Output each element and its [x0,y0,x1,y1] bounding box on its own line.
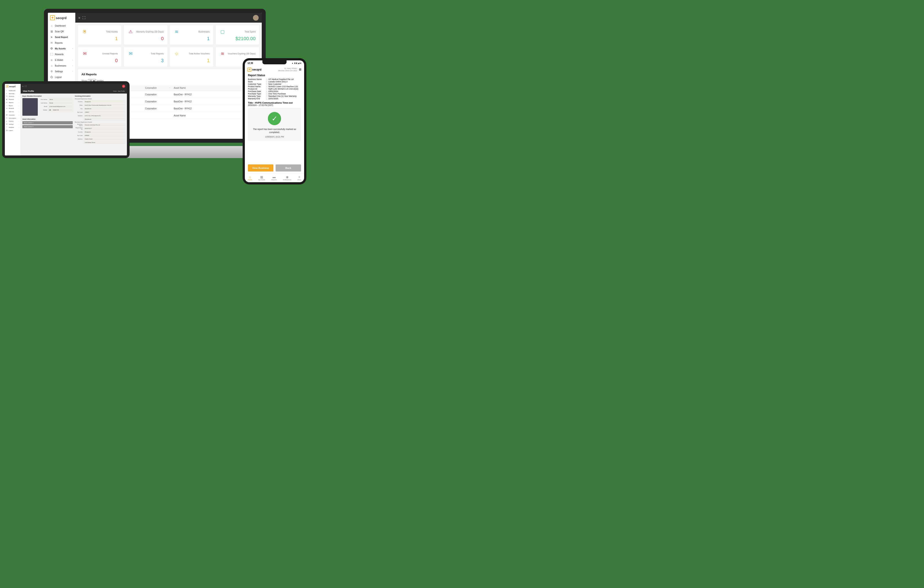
stat-card-unread-reports: ✉Unread Reports0 [78,47,121,66]
sidebar-item-my-assets[interactable]: ✪My Assets› [48,46,75,51]
mail-icon: ✉ [127,50,134,57]
nav-icon: ⏻ [6,130,8,131]
report-field: Store:Lazada Online (SG) 2 [248,81,301,83]
menu-icon[interactable]: ≡ [78,16,80,20]
buyer-photo [22,98,38,116]
page-header: View Profile Home - View Profile [21,89,127,94]
sidebar-item-rewards[interactable]: ★Rewards› [5,107,20,110]
sidebar-item-analytics[interactable]: ⇡Analytics› [5,126,20,129]
menu-icon[interactable]: ≡ [22,86,23,88]
sidebar-item-reports[interactable]: ✉Reports [48,40,75,46]
nav-icon: ◧ [6,99,8,100]
address2-field[interactable]: Woodlands [84,118,125,121]
shield-icon: ✚ [248,68,251,71]
sidebar-item-businesses[interactable]: ⌂Businesses› [48,63,75,68]
wallet-icon: ▢ [219,28,226,35]
country-code[interactable]: +65 [48,109,51,111]
sidebar-item-send-report[interactable]: ➤Send Report [48,34,75,40]
sidebar-item-accounts[interactable]: ⊡Accounts› [5,95,20,98]
phone-notch [262,60,287,64]
nav-icon: ★ [6,107,8,109]
nav-notifications[interactable]: ◉Notifications [283,175,291,180]
brand-name: secqrd [56,16,66,20]
mobile-field[interactable]: 90864748 [52,109,73,111]
nav-icon: ⇡ [6,127,8,128]
chevron-right-icon: › [19,121,19,122]
baddress1-field[interactable]: Capita Green [84,138,125,140]
nav-more[interactable]: ≡More [297,175,301,180]
avatar[interactable] [253,15,259,21]
chevron-right-icon: › [19,102,19,103]
checkmark-icon: ✓ [268,112,281,125]
sidebar-item-products[interactable]: ◧Products› [5,98,20,101]
stat-card-businesses: ≋Businesses1 [170,25,213,45]
regno-field[interactable]: 09323123-T [84,127,125,130]
fullscreen-icon[interactable]: ⛶ [25,86,26,88]
sidebar-item-settings[interactable]: ⚙Settings› [5,123,20,126]
address1-field[interactable]: Unit 3-1A, 2 Woodgrove Dr, [84,114,125,117]
back-button[interactable]: Back [276,164,301,172]
report-status-title: Report Status [248,74,301,77]
nav-icon: ⧈ [50,58,53,61]
menu-icon[interactable]: ≡ [299,67,302,72]
sidebar-item-dashboard[interactable]: ⌂Dashboard [5,89,20,92]
bzip-field[interactable]: 048946 [84,134,125,137]
sidebar-item-logout[interactable]: ⏻Logout [5,129,20,132]
tablet-sidebar: ✚ secqrd ⌂Dashboard≡Summary⊡Accounts›◧Pr… [5,84,21,155]
nav-my-assets[interactable]: ▦My Assets [258,175,265,180]
sidebar-item-logout[interactable]: ⏻Logout [48,74,75,80]
nav-icon: ＋ [6,111,8,113]
personal-reg-title: Personal Registration Details [75,98,125,99]
stat-value: 1 [173,58,210,63]
city-field[interactable]: Woodlands [84,107,125,110]
brand-logo: ✚ secqrd [48,13,75,23]
nav-reports[interactable]: ▬Reports [271,175,277,180]
user-info: Dr. Mary William Member Since Oct 2022 [278,68,297,71]
state-field[interactable]: North West Community Development Council [84,104,125,106]
sidebar-item-scan-qr[interactable]: ▦Scan QR [48,28,75,34]
brand-logo: ✚ secqrd [248,68,262,71]
last-name-field[interactable]: Razak [48,102,73,104]
view-business-button[interactable]: View Business [248,164,273,172]
sidebar-item-e-wallet[interactable]: ⧈E-Wallet› [48,57,75,63]
sidebar-item-reports[interactable]: ✉Reports› [5,101,20,104]
asset-info-title: Asset Information [22,118,73,120]
nav-icon: ⏻ [50,76,53,79]
country-field[interactable]: Singapore [84,100,125,103]
stat-value: 0 [81,58,118,63]
sidebar-item-settings[interactable]: ⚙Settings› [48,68,75,74]
phone-header: ✚ secqrd Dr. Mary William Member Since O… [245,66,304,73]
reports-title: All Reports [81,73,256,76]
chevron-right-icon: › [72,65,73,67]
sidebar-item-insurance[interactable]: ✪Insurance› [5,114,20,117]
sidebar-item-rewards[interactable]: ⛶Rewards [48,51,75,57]
bname-field[interactable]: Genesis Unlimited Pte Ltd [84,124,125,126]
nav-icon: ☺ [6,105,8,106]
report-field: Warranty Type:Standard One (1) Year Warr… [248,95,301,97]
asset-location-2[interactable]: Asset Location 2+ [22,125,73,128]
sidebar-item-add-ons[interactable]: ＋Add-Ons› [5,110,20,114]
sidebar-item-subscription[interactable]: ⟳Subscription› [5,117,20,120]
nav-home[interactable]: ⌂Home [248,175,252,180]
sidebar-item-buyers[interactable]: ☺Buyers› [5,104,20,107]
asset-location-1[interactable]: Asset Location 1+ [22,121,73,124]
smile-icon: ☺ [173,50,180,57]
email-field[interactable]: johanrazak100@gmail.com [48,105,73,108]
nav-icon: ⟳ [6,117,8,119]
sidebar-item-dashboard[interactable]: ⌂Dashboard [48,23,75,28]
first-name-field[interactable]: Johan [48,98,73,101]
status-time: 12:30 [248,62,253,64]
brand-logo: ✚ secqrd [5,84,20,89]
chevron-right-icon: › [72,71,73,73]
fullscreen-icon[interactable]: ⛶ [82,16,86,20]
sidebar-item-summary[interactable]: ≡Summary [5,92,20,95]
zip-field[interactable]: 738207 [84,111,125,114]
status-icons: ▲ ▮ ▮ ◢ ■ [292,62,302,64]
nav-icon: ➤ [50,36,53,39]
baddress2-field[interactable]: 138 Market Street [84,141,125,144]
stat-card-total-assets: ⛨Total Assets1 [78,25,121,45]
sidebar-item-finance[interactable]: ⧈Finance› [5,120,20,123]
notification-badge[interactable]: oz [122,85,125,88]
shield-icon: ⛨ [81,28,88,35]
bcountry-field[interactable]: Singapore [84,130,125,133]
